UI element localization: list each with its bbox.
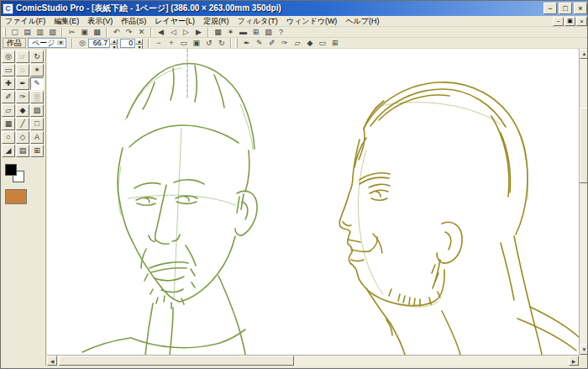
close-button[interactable]: × <box>574 3 587 14</box>
materials-palette-button[interactable]: ▨ <box>262 27 275 37</box>
menu-help[interactable]: ヘルプ(H) <box>341 16 383 27</box>
polygon-tool[interactable]: ◇ <box>16 131 29 144</box>
zoom-out-button[interactable]: − <box>152 38 165 48</box>
foreground-color-swatch[interactable] <box>5 164 17 176</box>
hand-tool[interactable]: ☞ <box>16 50 29 63</box>
fit-to-window-button[interactable]: ▭ <box>177 38 190 48</box>
last-page-button[interactable]: ▶ <box>192 27 205 37</box>
rect-select-tool[interactable]: ▭ <box>2 64 15 76</box>
rectangle-tool[interactable]: □ <box>30 118 44 130</box>
gradient-tool[interactable]: ▨ <box>30 104 44 117</box>
story-editor-button[interactable]: ▬ <box>237 27 249 37</box>
magic-wand-tool[interactable]: ✶ <box>30 64 44 76</box>
fill-tool[interactable]: ◆ <box>16 104 29 117</box>
menu-window[interactable]: ウィンドウ(W) <box>282 16 342 27</box>
delete-button[interactable]: ✕ <box>135 27 148 37</box>
redo-button[interactable]: ↷ <box>123 27 135 37</box>
tone-preview-swatch[interactable] <box>5 189 27 204</box>
tab-works[interactable]: 作品 <box>3 38 26 48</box>
first-page-button[interactable]: ◀ <box>155 27 167 37</box>
cut-button[interactable]: ✂ <box>66 27 78 37</box>
rotation-input[interactable] <box>120 39 135 48</box>
copy-button[interactable]: ▣ <box>78 27 91 37</box>
horizontal-scroll-thumb[interactable] <box>59 356 294 366</box>
menu-ruler[interactable]: 定規(R) <box>199 16 234 27</box>
marker-tool[interactable]: ✐ <box>2 91 15 103</box>
page-selector-dropdown[interactable]: ページ ▼ <box>28 38 66 48</box>
pencil-tool-button[interactable]: ✎ <box>253 38 265 48</box>
scroll-track[interactable] <box>294 356 569 366</box>
brush-tool-button[interactable]: ✑ <box>278 38 291 48</box>
comicstudio-window: C ComicStudio Pro - [表紙下絵 - 1ページ] (386.0… <box>0 0 588 369</box>
rotation-spinner[interactable]: ▲▼ <box>135 39 143 48</box>
eyedropper-tool[interactable]: ◢ <box>2 145 15 157</box>
menu-filter[interactable]: フィルタ(T) <box>233 16 281 27</box>
line-tool[interactable]: ╱ <box>16 118 29 130</box>
eraser-tool-button[interactable]: ▱ <box>291 38 303 48</box>
line-icon: ╱ <box>20 120 24 128</box>
snap-toggle-button[interactable]: ⊞ <box>328 38 341 48</box>
menu-story[interactable]: 作品(S) <box>117 16 150 27</box>
mdi-minimize-button[interactable]: − <box>553 17 564 26</box>
horizontal-scrollbar[interactable]: ◀ ▶ <box>47 355 579 366</box>
zoom-input[interactable] <box>88 39 110 48</box>
actual-size-button[interactable]: ▣ <box>190 38 202 48</box>
open-button[interactable]: ▤ <box>21 27 34 37</box>
polygon-icon: ◇ <box>20 134 26 141</box>
pen-tool-button[interactable]: ✒ <box>240 38 253 48</box>
maximize-button[interactable]: □ <box>559 3 572 14</box>
fill-icon: ◆ <box>20 107 26 114</box>
ruler-tool[interactable]: ▤ <box>16 145 29 157</box>
brush-tool[interactable]: ✑ <box>16 91 29 103</box>
scroll-left-button[interactable]: ◀ <box>47 356 57 366</box>
fill-tool-button[interactable]: ◆ <box>303 38 316 48</box>
menu-view[interactable]: 表示(V) <box>83 16 117 27</box>
ellipse-tool[interactable]: ○ <box>2 131 15 144</box>
zoom-tool-button[interactable]: ◎ <box>76 38 88 48</box>
pen-icon: ✒ <box>19 80 26 87</box>
pencil-tool[interactable]: ✎ <box>30 77 44 90</box>
menu-edit[interactable]: 編集(E) <box>50 16 83 27</box>
prev-page-button[interactable]: ◁ <box>167 27 180 37</box>
rotate-cw-button[interactable]: ↻ <box>215 38 228 48</box>
zoom-in-button[interactable]: + <box>165 38 177 48</box>
tone-tool[interactable]: ▦ <box>2 118 15 130</box>
selection-tool-button[interactable]: ▭ <box>316 38 328 48</box>
vertical-scroll-thumb[interactable] <box>580 108 588 183</box>
pen-tool[interactable]: ✒ <box>16 77 29 90</box>
layers-palette-button[interactable]: ▦ <box>212 27 224 37</box>
scroll-down-button[interactable]: ▼ <box>580 345 588 355</box>
next-page-button[interactable]: ▷ <box>180 27 192 37</box>
eraser-tool[interactable]: ▱ <box>2 104 15 117</box>
panel-cutter-tool[interactable]: ⊞ <box>30 145 44 157</box>
minimize-button[interactable]: − <box>543 3 557 14</box>
marker-tool-button[interactable]: ✐ <box>265 38 278 48</box>
help-button[interactable]: ? <box>275 27 287 37</box>
next-page-icon: ▷ <box>183 28 189 36</box>
menu-file[interactable]: ファイル(F) <box>1 16 50 27</box>
menu-layer[interactable]: レイヤー(L) <box>150 16 199 27</box>
zoom-spinner[interactable]: ▲▼ <box>110 39 118 48</box>
window-bottom-edge <box>1 366 588 369</box>
scroll-up-button[interactable]: ▲ <box>580 49 588 59</box>
zoom-tool[interactable]: ◎ <box>2 50 15 63</box>
undo-button[interactable]: ↶ <box>110 27 123 37</box>
vertical-scrollbar[interactable]: ▲ ▼ <box>579 49 588 355</box>
scroll-right-button[interactable]: ▶ <box>569 356 579 366</box>
rotate-canvas-tool[interactable]: ↻ <box>30 50 44 63</box>
mdi-close-button[interactable]: × <box>576 17 587 26</box>
tools-palette-button[interactable]: ✶ <box>224 27 237 37</box>
text-tool[interactable]: A <box>30 131 44 144</box>
canvas-page[interactable] <box>47 49 579 355</box>
save-button[interactable]: ▥ <box>34 27 46 37</box>
grid-toggle-button[interactable]: ⊞ <box>249 27 262 37</box>
paste-button[interactable]: ▩ <box>91 27 103 37</box>
new-document-button[interactable]: ▢ <box>8 27 21 37</box>
move-tool[interactable]: ✚ <box>2 77 15 90</box>
mdi-restore-button[interactable]: ▣ <box>564 17 575 26</box>
airbrush-tool[interactable]: ░ <box>30 91 44 103</box>
print-button[interactable]: ▧ <box>46 27 59 37</box>
title-bar[interactable]: C ComicStudio Pro - [表紙下絵 - 1ページ] (386.0… <box>1 1 588 16</box>
rotate-ccw-button[interactable]: ↺ <box>202 38 215 48</box>
lasso-tool[interactable]: ◌ <box>16 64 29 76</box>
